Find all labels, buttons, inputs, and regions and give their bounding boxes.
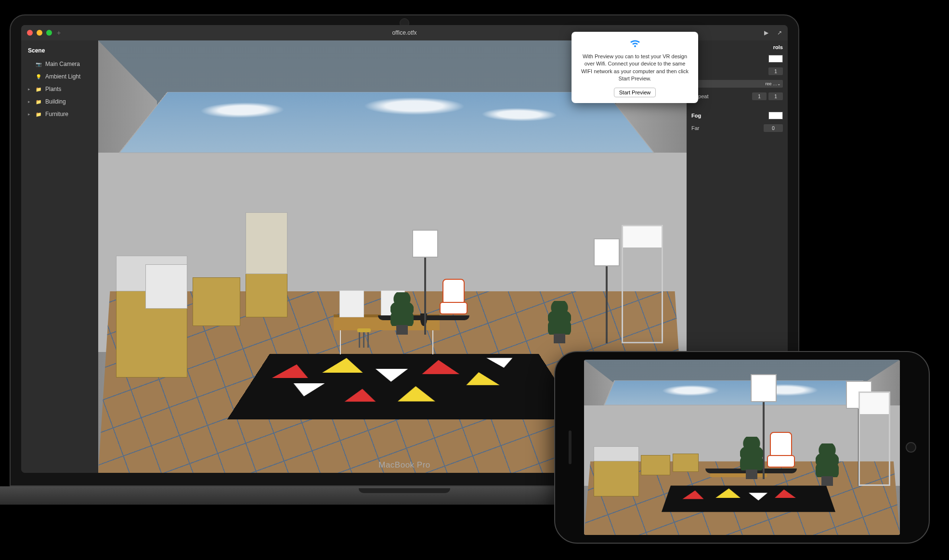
- scene-sidebar: Scene 📷 Main Camera 💡 Ambient Light ▸ 📁: [21, 40, 98, 473]
- fog-color-swatch[interactable]: [768, 112, 783, 119]
- close-button[interactable]: [27, 30, 33, 36]
- inspector-row: ree … ⌄: [691, 80, 783, 88]
- zoom-button[interactable]: [46, 30, 52, 36]
- sidebar-item-label: Main Camera: [45, 61, 80, 67]
- sidebar-item-ambient-light[interactable]: 💡 Ambient Light: [21, 70, 98, 83]
- disclosure-icon: ▸: [28, 87, 32, 91]
- rug: [227, 354, 581, 419]
- repeat-x-field[interactable]: 1: [752, 92, 767, 100]
- floor-lamp: [598, 242, 616, 343]
- inspector-row: 1: [691, 67, 783, 75]
- repeat-y-field[interactable]: 1: [768, 92, 783, 100]
- stool: [357, 328, 371, 348]
- speaker-icon: [569, 430, 572, 464]
- sidebar-item-label: Building: [45, 98, 66, 105]
- folder-icon: 📁: [36, 99, 41, 104]
- lounge-chair: [440, 283, 468, 326]
- popover-text: With Preview you can to test your VR des…: [578, 53, 691, 83]
- window-controls: [27, 30, 52, 36]
- monitor: [339, 290, 364, 317]
- minimize-button[interactable]: [37, 30, 42, 36]
- inspector-heading: rols: [691, 44, 783, 50]
- wifi-icon: [578, 39, 691, 51]
- share-button[interactable]: ↗: [777, 29, 782, 36]
- folder-icon: 📁: [36, 87, 41, 92]
- shelving-unit: [622, 225, 663, 343]
- play-button[interactable]: ▶: [764, 29, 768, 36]
- far-label: Far: [691, 125, 700, 131]
- cabinet: [246, 273, 288, 317]
- new-tab-button[interactable]: +: [57, 29, 61, 37]
- phone-screen: [584, 360, 900, 535]
- cabinet: [193, 277, 241, 326]
- plant: [550, 295, 569, 343]
- preview-popover: With Preview you can to test your VR des…: [572, 32, 698, 103]
- inspector-row: [691, 55, 783, 63]
- sidebar-heading: Scene: [21, 45, 98, 58]
- start-preview-button[interactable]: Start Preview: [614, 88, 656, 97]
- sidebar-item-building[interactable]: ▸ 📁 Building: [21, 95, 98, 108]
- sidebar-item-main-camera[interactable]: 📷 Main Camera: [21, 58, 98, 70]
- disclosure-icon: ▸: [28, 99, 32, 104]
- color-swatch[interactable]: [768, 55, 783, 63]
- plant: [392, 287, 412, 335]
- wrap-dropdown[interactable]: ree … ⌄: [691, 80, 783, 88]
- inspector-row-fog: Fog: [691, 112, 783, 119]
- camera-icon: 📷: [36, 62, 41, 67]
- glass-cabinet: [246, 212, 288, 274]
- window-title: office.otfx: [392, 29, 416, 36]
- light-icon: 💡: [36, 74, 41, 79]
- phone-device: [554, 351, 930, 544]
- count-field[interactable]: 1: [768, 67, 783, 75]
- disclosure-icon: ▸: [28, 112, 32, 117]
- device-label: MacBook Pro: [378, 460, 430, 470]
- phone-camera-icon: [906, 442, 916, 453]
- inspector-row-far: Far 0: [691, 124, 783, 132]
- machine: [145, 264, 188, 309]
- sidebar-item-label: Plants: [45, 86, 61, 92]
- floor-lamp: [416, 234, 434, 335]
- phone-preview-viewport[interactable]: [584, 360, 900, 535]
- sidebar-item-label: Furniture: [45, 111, 68, 117]
- folder-icon: 📁: [36, 112, 41, 117]
- far-field[interactable]: 0: [764, 124, 783, 132]
- sidebar-item-plants[interactable]: ▸ 📁 Plants: [21, 83, 98, 95]
- sidebar-item-furniture[interactable]: ▸ 📁 Furniture: [21, 108, 98, 120]
- sidebar-item-label: Ambient Light: [45, 73, 80, 80]
- inspector-row-repeat: Repeat 1 1: [691, 92, 783, 100]
- fog-label: Fog: [691, 113, 701, 118]
